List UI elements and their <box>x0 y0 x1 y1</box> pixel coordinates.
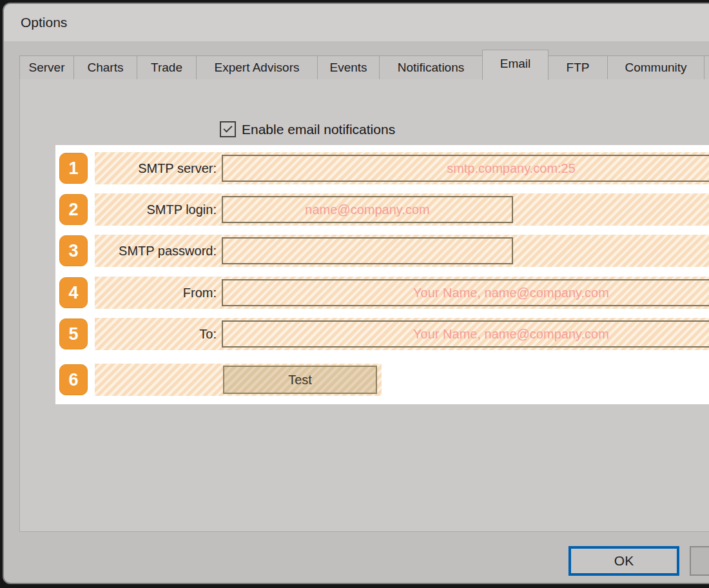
smtp-password-input[interactable] <box>222 237 513 264</box>
enable-email-label: Enable email notifications <box>242 122 395 137</box>
test-button[interactable]: Test <box>223 366 377 394</box>
from-label: From: <box>95 277 217 309</box>
tab-notifications[interactable]: Notifications <box>379 55 483 79</box>
checkmark-icon <box>223 123 232 132</box>
tab-charts[interactable]: Charts <box>73 55 137 79</box>
to-label: To: <box>95 318 217 350</box>
from-row: From: <box>95 277 709 309</box>
annotation-badge-4: 4 <box>59 277 88 308</box>
dialog-title: Options <box>21 4 67 41</box>
annotation-badge-3: 3 <box>59 235 88 266</box>
cancel-button[interactable] <box>690 546 709 576</box>
enable-email-checkbox[interactable] <box>220 121 236 137</box>
tab-community[interactable]: Community <box>607 55 704 79</box>
annotation-badge-6: 6 <box>59 364 88 395</box>
enable-email-notifications-row: Enable email notifications <box>220 121 395 137</box>
tab-server[interactable]: Server <box>19 55 74 79</box>
annotation-badge-2: 2 <box>59 194 88 225</box>
tab-cutoff[interactable] <box>704 55 709 79</box>
from-input[interactable] <box>222 279 709 306</box>
tab-email[interactable]: Email <box>482 50 549 80</box>
tab-expert-advisors[interactable]: Expert Advisors <box>196 55 318 79</box>
smtp-server-label: SMTP server: <box>95 152 217 184</box>
annotation-badge-1: 1 <box>59 153 88 184</box>
to-row: To: <box>95 318 709 350</box>
tab-events[interactable]: Events <box>317 55 380 79</box>
test-row: Test <box>95 364 382 396</box>
annotation-badge-5: 5 <box>59 318 88 349</box>
options-dialog: Options Server Charts Trade Expert Advis… <box>3 3 709 584</box>
smtp-login-label: SMTP login: <box>95 193 217 226</box>
smtp-login-input[interactable] <box>222 196 513 223</box>
smtp-password-label: SMTP password: <box>95 235 217 267</box>
to-input[interactable] <box>222 320 709 348</box>
tab-ftp[interactable]: FTP <box>548 55 608 79</box>
screenshot-root: Options Server Charts Trade Expert Advis… <box>0 0 709 588</box>
smtp-password-row: SMTP password: <box>95 235 709 267</box>
tab-trade[interactable]: Trade <box>137 55 197 79</box>
ok-button[interactable]: OK <box>568 546 679 576</box>
smtp-login-row: SMTP login: <box>95 193 709 226</box>
title-bar[interactable]: Options <box>4 4 709 41</box>
smtp-server-input[interactable] <box>222 155 709 182</box>
smtp-server-row: SMTP server: <box>95 152 709 184</box>
